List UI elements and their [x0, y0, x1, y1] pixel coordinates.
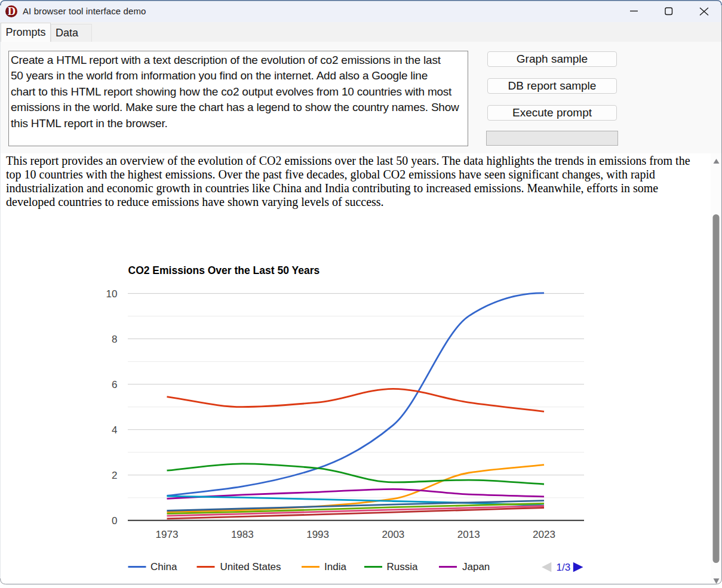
svg-text:2023: 2023	[533, 529, 555, 540]
svg-text:2: 2	[112, 470, 117, 481]
svg-text:China: China	[150, 561, 177, 572]
svg-text:1973: 1973	[156, 529, 179, 540]
svg-text:4: 4	[112, 424, 117, 436]
svg-text:CO2 Emissions Over the Last 50: CO2 Emissions Over the Last 50 Years	[128, 264, 320, 276]
svg-text:2013: 2013	[457, 529, 480, 540]
svg-text:Japan: Japan	[462, 561, 490, 572]
svg-text:United States: United States	[220, 561, 281, 572]
svg-text:2003: 2003	[382, 529, 404, 540]
svg-text:1/3: 1/3	[557, 562, 571, 573]
svg-text:Russia: Russia	[387, 561, 419, 572]
svg-text:6: 6	[112, 379, 117, 390]
svg-text:India: India	[324, 561, 346, 572]
svg-text:1993: 1993	[306, 529, 329, 540]
svg-text:8: 8	[112, 334, 117, 345]
svg-text:1983: 1983	[231, 529, 254, 540]
svg-text:10: 10	[106, 288, 118, 300]
svg-text:0: 0	[112, 515, 117, 527]
